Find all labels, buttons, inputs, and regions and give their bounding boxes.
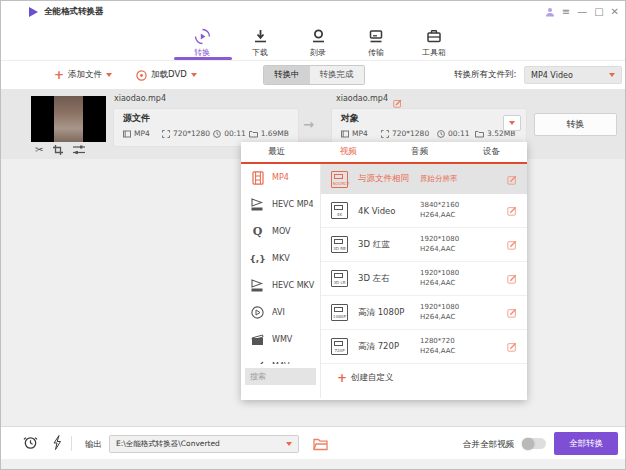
tab-converted[interactable]: 转换完成 <box>310 66 364 84</box>
chevron-down-icon <box>609 73 615 77</box>
film-icon <box>250 170 265 185</box>
nav-tab-convert[interactable]: 转换 <box>173 25 231 58</box>
high-speed-icon[interactable] <box>52 435 62 454</box>
crop-icon[interactable] <box>53 145 63 157</box>
preset-badge-icon: 720P <box>331 338 348 355</box>
folder-icon <box>249 130 258 138</box>
target-card-title: 对象 <box>341 112 517 125</box>
preset-tab-recent[interactable]: 最近 <box>241 142 313 162</box>
output-path-dropdown[interactable]: E:\全能格式转换器\Converted <box>109 435 299 453</box>
app-logo-icon <box>29 7 38 17</box>
merge-videos-label: 合并全部视频 <box>463 439 514 451</box>
schedule-clock-icon[interactable] <box>23 435 38 454</box>
edit-preset-icon[interactable] <box>507 337 517 356</box>
format-item-hevc-mkv[interactable]: HEVC MKV <box>241 272 320 299</box>
toolbar: + 添加文件 加载DVD 转换中 转换完成 转换所有文件到: MP4 Video <box>1 61 625 89</box>
add-file-button[interactable]: + 添加文件 <box>54 61 112 89</box>
edit-preset-icon[interactable] <box>507 303 517 322</box>
preset-badge-icon: 4K <box>331 202 348 219</box>
preset-tab-device[interactable]: 设备 <box>456 142 528 162</box>
format-item-m4v[interactable]: M4V <box>241 353 320 364</box>
duration-info: 00:11 <box>437 129 475 138</box>
format-info: MP4 <box>123 129 162 138</box>
format-column: MP4HEVC MP4QMOV{,}MKVHEVC MKVAVIWMVM4V 搜… <box>241 164 321 398</box>
main-nav: 转换 下载 刻录 传输 <box>1 23 625 61</box>
toggle-knob <box>522 438 534 450</box>
preset-column: SOURCE与源文件相同原始分辨率4K4K Video3840*2160H264… <box>321 164 527 398</box>
preset-badge-icon: 3D RB <box>331 236 348 253</box>
preset-item--1080p[interactable]: 1080P高清 1080P1920*1080H264,AAC <box>321 296 527 330</box>
menu-icon[interactable]: ≡ <box>562 7 570 17</box>
frame-icon <box>381 130 389 138</box>
download-icon <box>253 28 268 45</box>
chevron-down-icon <box>106 73 112 77</box>
clock-icon <box>437 130 445 138</box>
nav-tab-toolbox[interactable]: 工具箱 <box>405 25 463 58</box>
clock-icon <box>213 130 221 138</box>
convert-all-to-dropdown[interactable]: MP4 Video <box>524 66 622 84</box>
preset-item--720p[interactable]: 720P高清 720P1280*720H264,AAC <box>321 330 527 364</box>
video-thumbnail[interactable] <box>31 96 106 142</box>
format-item-wmv[interactable]: WMV <box>241 326 320 353</box>
format-item-hevc-mp4[interactable]: HEVC MP4 <box>241 191 320 218</box>
source-card-title: 源文件 <box>123 112 289 125</box>
preset-tab-audio[interactable]: 音频 <box>384 142 456 162</box>
search-input[interactable]: 搜索 <box>245 368 316 385</box>
nav-tab-download[interactable]: 下载 <box>231 25 289 58</box>
format-item-avi[interactable]: AVI <box>241 299 320 326</box>
edit-preset-icon[interactable] <box>507 201 517 220</box>
app-title: 全能格式转换器 <box>44 6 104 18</box>
plus-icon: + <box>54 69 64 81</box>
title-bar: 全能格式转换器 ≡ — □ ✕ <box>1 1 625 23</box>
create-custom-button[interactable]: + 创建自定义 <box>321 364 527 384</box>
preset-item-3d-[interactable]: 3D RB3D 红蓝1920*1080H264,AAC <box>321 228 527 262</box>
format-item-mov[interactable]: QMOV <box>241 218 320 245</box>
load-dvd-button[interactable]: 加载DVD <box>136 61 197 89</box>
preset-tab-video[interactable]: 视频 <box>313 142 385 162</box>
status-tabs: 转换中 转换完成 <box>263 65 365 85</box>
source-file-name: xiaodao.mp4 <box>114 94 166 103</box>
edit-preset-icon[interactable] <box>507 269 517 288</box>
frame-icon <box>162 130 170 138</box>
effects-slider-icon[interactable] <box>73 145 85 157</box>
duration-info: 00:11 <box>213 129 248 138</box>
nav-tab-transfer[interactable]: 传输 <box>347 25 405 58</box>
output-label: 输出 <box>85 439 102 451</box>
convert-icon <box>194 28 211 45</box>
plus-icon: + <box>337 372 347 384</box>
preset-popup: 最近 视频 音频 设备 MP4HEVC MP4QMOV{,}MKVHEVC MK… <box>241 142 527 400</box>
arrow-right-icon: → <box>303 117 314 132</box>
format-item-mp4[interactable]: MP4 <box>241 164 320 191</box>
chevron-down-icon <box>191 73 197 77</box>
nav-tab-burn[interactable]: 刻录 <box>289 25 347 58</box>
preset-dropdown-button[interactable] <box>503 115 521 131</box>
account-icon[interactable] <box>545 7 555 17</box>
format-info: MP4 <box>341 129 381 138</box>
preset-item-4k-video[interactable]: 4K4K Video3840*2160H264,AAC <box>321 194 527 228</box>
edit-preset-icon[interactable] <box>507 235 517 254</box>
convert-button[interactable]: 转换 <box>534 113 617 136</box>
merge-videos-toggle[interactable] <box>522 438 546 449</box>
close-icon[interactable]: ✕ <box>611 7 619 17</box>
preset-badge-icon: 3D LR <box>331 270 348 287</box>
minimize-icon[interactable]: — <box>577 7 587 17</box>
preset-item-3d-[interactable]: 3D LR3D 左右1920*1080H264,AAC <box>321 262 527 296</box>
quicktime-icon: Q <box>250 224 265 239</box>
mkv-icon: {,} <box>250 251 265 266</box>
preset-badge-icon: 1080P <box>331 304 348 321</box>
edit-preset-icon[interactable] <box>507 170 517 189</box>
chevron-down-icon <box>509 121 515 125</box>
resolution-info: 720*1280 <box>162 129 213 138</box>
open-folder-icon[interactable] <box>313 436 328 455</box>
m4v-icon <box>250 359 265 364</box>
maximize-icon[interactable]: □ <box>594 7 603 17</box>
trim-icon[interactable]: ✂ <box>35 145 43 157</box>
preset-item--[interactable]: SOURCE与源文件相同原始分辨率 <box>321 164 527 194</box>
film-icon <box>341 130 349 138</box>
tab-converting[interactable]: 转换中 <box>264 66 310 84</box>
resolution-info: 720*1280 <box>381 129 437 138</box>
clapperboard-icon <box>250 332 265 347</box>
folder-icon <box>475 130 484 138</box>
format-item-mkv[interactable]: {,}MKV <box>241 245 320 272</box>
convert-all-button[interactable]: 全部转换 <box>554 432 618 455</box>
